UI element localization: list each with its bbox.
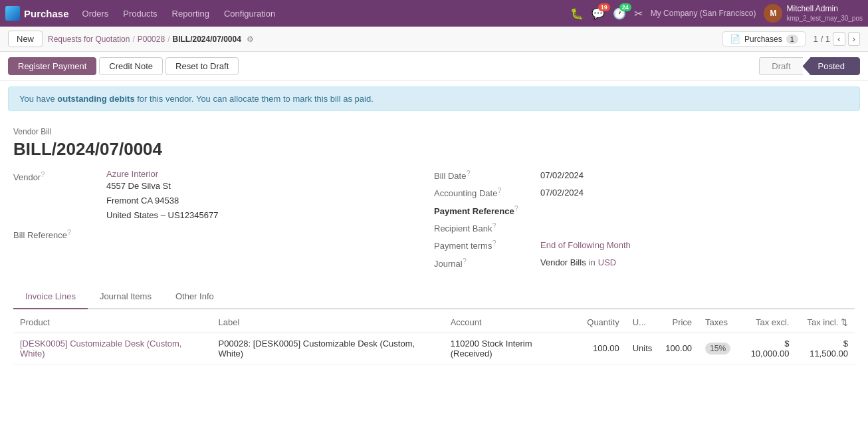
acct-date-help[interactable]: ? — [497, 186, 501, 194]
tools-icon-btn[interactable]: ✂ — [634, 7, 643, 20]
tab-other-info[interactable]: Other Info — [163, 285, 226, 309]
brand-icon — [5, 6, 20, 21]
form-right: Bill Date? 07/02/2024 Accounting Date? 0… — [434, 169, 855, 274]
alert-text-end: for this vendor. You can allocate them t… — [135, 94, 374, 104]
pagination-prev[interactable]: ‹ — [833, 32, 845, 46]
bill-reference-field: Bill Reference? — [13, 228, 407, 240]
nav-configuration[interactable]: Configuration — [217, 6, 282, 21]
pagination-next[interactable]: › — [848, 32, 860, 46]
bank-help[interactable]: ? — [492, 221, 496, 229]
bill-date-field: Bill Date? 07/02/2024 — [434, 169, 855, 181]
bill-ref-help[interactable]: ? — [67, 228, 71, 236]
activity-badge: 24 — [619, 3, 631, 11]
new-button[interactable]: New — [8, 31, 43, 47]
journal-help[interactable]: ? — [463, 257, 467, 265]
purchases-icon: 📄 — [730, 34, 740, 44]
form-left: Vendor? Azure Interior 4557 De Silva St … — [13, 169, 434, 274]
status-bar: Draft Posted — [759, 57, 860, 75]
journal-currency[interactable]: USD — [598, 257, 616, 267]
user-subtitle: kmp_2_test_may_30_pos — [786, 14, 863, 23]
table-wrapper: Product Label Account Quantity U... Pric… — [13, 312, 855, 365]
bill-number: BILL/2024/07/0004 — [13, 139, 855, 160]
breadcrumb-current: BILL/2024/07/0004 — [172, 35, 241, 44]
journal-field: Journal? Vendor Bills in USD — [434, 257, 855, 269]
user-name: Mitchell Admin — [786, 4, 863, 15]
nav-products[interactable]: Products — [116, 6, 163, 21]
col-header-tax-incl: Tax incl. ⇅ — [796, 312, 855, 333]
brand-label: Purchase — [24, 8, 69, 19]
pagination: 1 / 1 ‹ › — [814, 32, 860, 46]
tab-journal-items[interactable]: Journal Items — [88, 285, 163, 309]
col-header-account: Account — [444, 312, 581, 333]
purchases-count: 1 — [786, 35, 798, 44]
recipient-bank-label: Recipient Bank? — [434, 221, 540, 233]
table-row: [DESK0005] Customizable Desk (Custom, Wh… — [13, 333, 855, 364]
breadcrumb-parent2[interactable]: P00028 — [138, 35, 165, 44]
table-header-row: Product Label Account Quantity U... Pric… — [13, 312, 855, 333]
pagination-info: 1 / 1 — [814, 34, 830, 44]
breadcrumb-parent[interactable]: Requests for Quotation — [48, 35, 130, 44]
breadcrumb-sep1: / — [132, 35, 134, 44]
top-nav: Purchase Orders Products Reporting Confi… — [0, 0, 868, 27]
activity-icon-btn[interactable]: 🕐 24 — [613, 7, 626, 20]
bug-icon-btn[interactable]: 🐛 — [570, 7, 584, 20]
journal-in: in — [589, 257, 596, 267]
vendor-addr3: United States – US12345677 — [106, 208, 218, 223]
purchases-button[interactable]: 📄 Purchases 1 — [722, 31, 806, 47]
breadcrumb-right: 📄 Purchases 1 1 / 1 ‹ › — [722, 31, 860, 47]
col-header-product: Product — [13, 312, 212, 333]
bill-date-help[interactable]: ? — [466, 169, 470, 177]
col-header-taxes: Taxes — [699, 312, 737, 333]
vendor-field: Vendor? Azure Interior 4557 De Silva St … — [13, 169, 407, 223]
alert-text-start: You have — [19, 94, 57, 104]
status-posted[interactable]: Posted — [803, 57, 860, 75]
breadcrumb: Requests for Quotation / P00028 / BILL/2… — [48, 35, 254, 44]
cell-unit: Units — [626, 333, 659, 364]
payment-reference-label: Payment Reference? — [434, 204, 540, 216]
journal-value[interactable]: Vendor Bills — [540, 257, 586, 267]
tab-invoice-lines[interactable]: Invoice Lines — [13, 285, 88, 309]
payment-terms-value[interactable]: End of Following Month — [540, 240, 631, 250]
alert-banner: You have outstanding debits for this ven… — [8, 86, 860, 111]
cell-quantity: 100.00 — [580, 333, 625, 364]
nav-reporting[interactable]: Reporting — [165, 6, 216, 21]
gear-icon[interactable]: ⚙ — [247, 35, 254, 44]
status-draft[interactable]: Draft — [759, 57, 802, 75]
col-header-tax-excl: Tax excl. — [737, 312, 796, 333]
purchases-label: Purchases — [744, 35, 782, 44]
payment-terms-field: Payment terms? End of Following Month — [434, 239, 855, 251]
cell-label: P00028: [DESK0005] Customizable Desk (Cu… — [212, 333, 444, 364]
vendor-help[interactable]: ? — [41, 170, 45, 178]
cell-product[interactable]: [DESK0005] Customizable Desk (Custom, Wh… — [13, 333, 212, 364]
invoice-lines-table: Product Label Account Quantity U... Pric… — [13, 312, 855, 365]
vendor-name-link[interactable]: Azure Interior — [106, 169, 218, 179]
vendor-label: Vendor? — [13, 169, 106, 182]
brand[interactable]: Purchase — [5, 6, 69, 21]
tabs-bar: Invoice Lines Journal Items Other Info — [13, 285, 855, 309]
terms-help[interactable]: ? — [492, 239, 496, 247]
avatar: M — [764, 4, 782, 23]
payment-reference-field: Payment Reference? — [434, 204, 855, 216]
pay-ref-help[interactable]: ? — [514, 204, 518, 212]
user-info[interactable]: M Mitchell Admin kmp_2_test_may_30_pos — [764, 4, 863, 23]
cell-price: 100.00 — [659, 333, 699, 364]
accounting-date-label: Accounting Date? — [434, 186, 540, 198]
bill-reference-value[interactable] — [106, 234, 186, 235]
form-label-top: Vendor Bill — [13, 127, 855, 136]
cell-tax-excl: $ 10,000.00 — [737, 333, 796, 364]
product-link[interactable]: [DESK0005] Customizable Desk (Custom, Wh… — [20, 339, 181, 359]
register-payment-button[interactable]: Register Payment — [8, 57, 96, 75]
col-header-label: Label — [212, 312, 444, 333]
action-bar: Register Payment Credit Note Reset to Dr… — [0, 52, 868, 81]
accounting-date-value[interactable]: 07/02/2024 — [540, 188, 584, 198]
col-header-quantity: Quantity — [580, 312, 625, 333]
credit-note-button[interactable]: Credit Note — [99, 57, 163, 75]
reset-to-draft-button[interactable]: Reset to Draft — [165, 57, 239, 75]
bill-date-value[interactable]: 07/02/2024 — [540, 170, 584, 180]
payment-terms-label: Payment terms? — [434, 239, 540, 251]
accounting-date-field: Accounting Date? 07/02/2024 — [434, 186, 855, 198]
bill-reference-label: Bill Reference? — [13, 228, 106, 240]
recipient-bank-field: Recipient Bank? — [434, 221, 855, 233]
message-icon-btn[interactable]: 💬 19 — [592, 7, 605, 20]
nav-orders[interactable]: Orders — [76, 6, 116, 21]
